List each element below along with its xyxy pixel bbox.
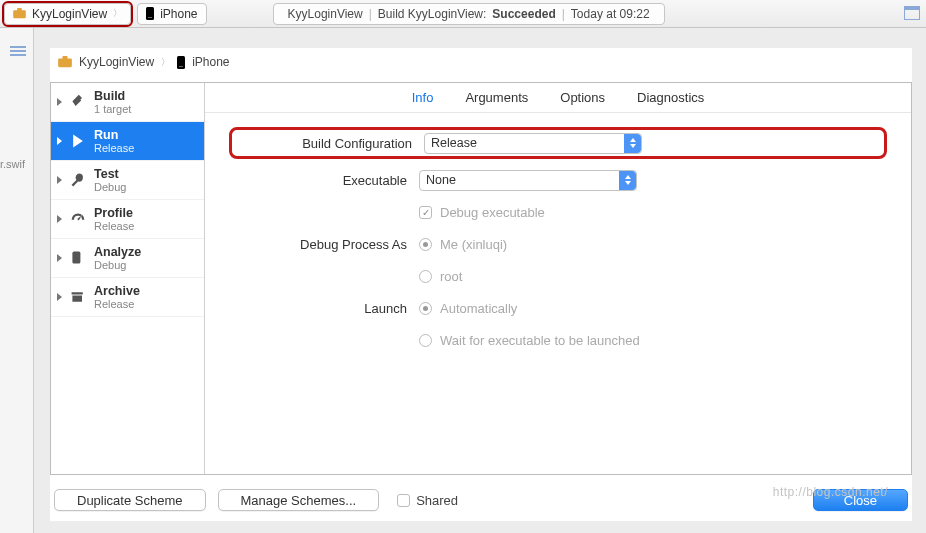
tab-info[interactable]: Info xyxy=(412,90,434,105)
sidebar-item-profile[interactable]: ProfileRelease xyxy=(51,200,204,239)
item-title: Build xyxy=(94,89,131,103)
wrench-icon xyxy=(68,172,88,188)
shared-checkbox[interactable] xyxy=(397,494,410,507)
analyze-icon xyxy=(68,250,88,266)
tab-options[interactable]: Options xyxy=(560,90,605,105)
highlight-box: Build Configuration Release xyxy=(229,127,887,159)
executable-label: Executable xyxy=(229,173,419,188)
briefcase-icon xyxy=(13,8,26,19)
disclosure-icon xyxy=(57,98,62,106)
breadcrumb: KyyLoginView 〉 iPhone xyxy=(50,48,912,76)
crumb-device[interactable]: iPhone xyxy=(192,55,229,69)
status-result: Succeeded xyxy=(492,7,555,21)
iphone-icon xyxy=(146,7,154,20)
disclosure-icon xyxy=(57,176,62,184)
launch-label: Launch xyxy=(229,301,419,316)
status-action: Build KyyLoginView: xyxy=(378,7,487,21)
build-status: KyyLoginView | Build KyyLoginView: Succe… xyxy=(273,3,665,25)
info-form: Build Configuration Release Executable xyxy=(205,113,911,375)
debug-process-as-label: Debug Process As xyxy=(229,237,419,252)
item-sub: Release xyxy=(94,142,134,154)
sidebar-item-archive[interactable]: ArchiveRelease xyxy=(51,278,204,317)
stepper-icon xyxy=(624,134,641,153)
launch-auto-radio xyxy=(419,302,432,315)
manage-schemes-button[interactable]: Manage Schemes... xyxy=(218,489,380,511)
build-config-label: Build Configuration xyxy=(234,136,424,151)
svg-rect-4 xyxy=(72,252,80,264)
briefcase-icon xyxy=(58,56,72,68)
status-project: KyyLoginView xyxy=(288,7,363,21)
svg-rect-1 xyxy=(17,8,22,11)
truncated-filename: r.swif xyxy=(0,158,25,170)
item-sub: Debug xyxy=(94,181,126,193)
item-title: Test xyxy=(94,167,126,181)
stepper-icon xyxy=(619,171,636,190)
disclosure-icon xyxy=(57,215,62,223)
shared-label: Shared xyxy=(416,493,458,508)
launch-wait-radio xyxy=(419,334,432,347)
tabs: Info Arguments Options Diagnostics xyxy=(205,83,911,113)
sidebar-item-run[interactable]: RunRelease xyxy=(51,122,204,161)
sidebar-item-analyze[interactable]: AnalyzeDebug xyxy=(51,239,204,278)
launch-auto-label: Automatically xyxy=(440,301,517,316)
sidebar-item-test[interactable]: TestDebug xyxy=(51,161,204,200)
hammer-icon xyxy=(68,94,88,110)
scheme-editor-panel: Build1 target RunRelease TestDebug Profi… xyxy=(50,82,912,475)
tab-diagnostics[interactable]: Diagnostics xyxy=(637,90,704,105)
item-sub: Release xyxy=(94,298,140,310)
watermark: http://blog.csdn.net/ xyxy=(773,485,888,499)
gauge-icon xyxy=(68,211,88,227)
build-config-value: Release xyxy=(431,136,477,150)
item-title: Analyze xyxy=(94,245,141,259)
svg-rect-2 xyxy=(58,59,72,68)
device-name: iPhone xyxy=(160,7,197,21)
debug-process-me-label: Me (xinluqi) xyxy=(440,237,507,252)
item-sub: Debug xyxy=(94,259,141,271)
disclosure-icon xyxy=(57,137,62,145)
navigator-strip: r.swif xyxy=(0,28,34,533)
executable-value: None xyxy=(426,173,456,187)
iphone-icon xyxy=(177,56,185,69)
item-title: Run xyxy=(94,128,134,142)
item-title: Archive xyxy=(94,284,140,298)
debug-executable-label: Debug executable xyxy=(440,205,545,220)
debug-process-root-label: root xyxy=(440,269,462,284)
debug-process-root-radio xyxy=(419,270,432,283)
chevron-right-icon: 〉 xyxy=(161,56,170,69)
status-time: Today at 09:22 xyxy=(571,7,650,21)
sidebar-item-build[interactable]: Build1 target xyxy=(51,83,204,122)
archive-icon xyxy=(68,289,88,305)
chevron-right-icon: 〉 xyxy=(113,7,122,20)
executable-select[interactable]: None xyxy=(419,170,637,191)
duplicate-scheme-button[interactable]: Duplicate Scheme xyxy=(54,489,206,511)
build-config-select[interactable]: Release xyxy=(424,133,642,154)
editor-layout-icon[interactable] xyxy=(904,6,920,20)
device-selector[interactable]: iPhone xyxy=(137,3,206,25)
scheme-content: Info Arguments Options Diagnostics Build… xyxy=(205,83,911,474)
item-sub: Release xyxy=(94,220,134,232)
scheme-name: KyyLoginView xyxy=(32,7,107,21)
sheet: KyyLoginView 〉 iPhone Build1 target RunR… xyxy=(50,48,912,521)
svg-rect-3 xyxy=(62,56,67,59)
top-toolbar: KyyLoginView 〉 iPhone KyyLoginView | Bui… xyxy=(0,0,926,28)
svg-rect-0 xyxy=(13,10,26,18)
tab-arguments[interactable]: Arguments xyxy=(465,90,528,105)
launch-wait-label: Wait for executable to be launched xyxy=(440,333,640,348)
item-title: Profile xyxy=(94,206,134,220)
debug-process-me-radio xyxy=(419,238,432,251)
scheme-actions-sidebar: Build1 target RunRelease TestDebug Profi… xyxy=(51,83,205,474)
item-sub: 1 target xyxy=(94,103,131,115)
scheme-selector[interactable]: KyyLoginView 〉 xyxy=(4,3,131,25)
crumb-project[interactable]: KyyLoginView xyxy=(79,55,154,69)
debug-executable-checkbox xyxy=(419,206,432,219)
disclosure-icon xyxy=(57,254,62,262)
disclosure-icon xyxy=(57,293,62,301)
play-icon xyxy=(68,133,88,149)
list-icon[interactable] xyxy=(10,46,26,59)
